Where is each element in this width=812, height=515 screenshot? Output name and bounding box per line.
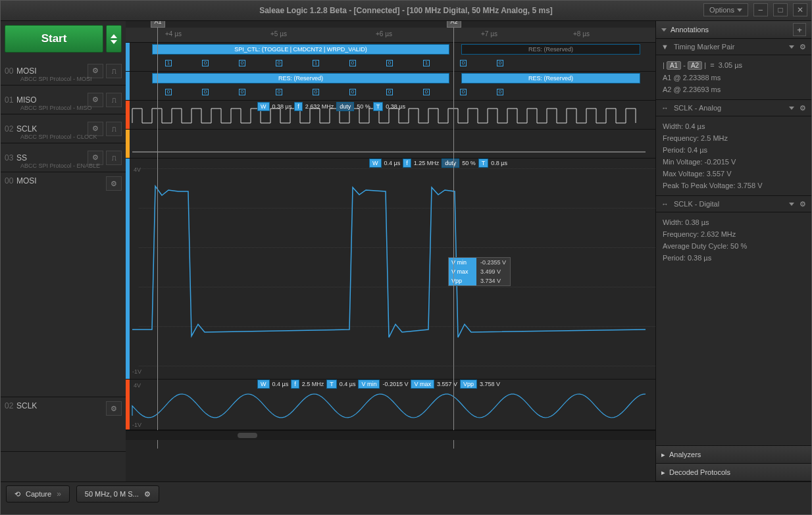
bit: 0 xyxy=(202,89,209,95)
footer: ⟲ Capture » 50 MHz, 0 M S... ⚙ xyxy=(1,481,811,506)
start-button[interactable]: Start xyxy=(5,25,103,53)
strip-ss-digital[interactable] xyxy=(126,130,655,159)
settings-tab[interactable]: 50 MHz, 0 M S... ⚙ xyxy=(76,485,159,503)
decode-segment: RES: (Reserved) xyxy=(152,73,449,84)
badge-f: f xyxy=(291,380,299,389)
chevron-down-icon xyxy=(789,203,794,206)
badge-duty: duty xyxy=(336,102,354,111)
marker-a1[interactable]: A1 xyxy=(157,28,158,449)
sclk-digital-section[interactable]: ↔ SCLK - Digital ⚙ xyxy=(656,196,811,212)
close-button[interactable]: ✕ xyxy=(793,3,807,16)
bit: 0 xyxy=(276,89,282,95)
badge-t: T xyxy=(373,102,384,111)
chevron-right-icon: ▸ xyxy=(661,451,665,459)
timing-marker-section[interactable]: ▼ Timing Marker Pair ⚙ xyxy=(656,39,811,55)
bit: 0 xyxy=(349,60,356,66)
strip-mosi-analog[interactable]: 4V -1V W0.4 µs f1.25 MHz duty50 % T0.8 µ… xyxy=(126,159,655,380)
gear-icon[interactable]: ⚙ xyxy=(799,43,806,51)
chevron-down-icon xyxy=(789,107,794,110)
window-title: Saleae Logic 1.2.8 Beta - [Connected] - … xyxy=(259,6,553,15)
gear-icon[interactable]: ⚙ xyxy=(799,104,806,112)
decode-segment: SPI_CTL: (TOGGLE | CMDCNT2 | WRPD_VALID) xyxy=(152,44,449,55)
horizontal-scrollbar[interactable] xyxy=(126,430,655,440)
badge-t: T xyxy=(478,159,489,168)
badge-vmax: V max xyxy=(411,380,434,389)
chevron-down-icon xyxy=(789,45,794,49)
gear-icon[interactable]: ⚙ xyxy=(106,176,122,191)
channel-sidebar: Start 00 MOSI ⚙ ⎍ ABCC SPI Protocol - MO… xyxy=(1,21,126,481)
bit: 0 xyxy=(202,60,209,66)
channel-row-mosi[interactable]: 00 MOSI ⚙ ⎍ ABCC SPI Protocol - MOSI xyxy=(1,57,126,86)
waveform-area[interactable]: +4 µs +5 µs +6 µs +7 µs +8 µs SPI_CTL: (… xyxy=(126,21,655,481)
analyzers-header[interactable]: ▸ Analyzers xyxy=(656,446,811,464)
chevron-down-icon xyxy=(661,28,667,32)
bit: 0 xyxy=(386,89,393,95)
bit: 1 xyxy=(313,60,319,66)
bit: 0 xyxy=(386,60,393,66)
channel-row-sclk-analog[interactable]: 02 SCLK ⚙ xyxy=(1,397,126,452)
bit: 0 xyxy=(313,89,319,95)
badge-duty: duty xyxy=(442,159,459,168)
voltage-box: V min-0.2355 V V max3.499 V Vpp3.734 V xyxy=(448,257,511,286)
strip-sclk-analog[interactable]: 4V -1V W0.4 µs f2.5 MHz T0.4 µs V min-0.… xyxy=(126,380,655,430)
chevron-down-icon xyxy=(737,9,742,12)
capture-icon: ⟲ xyxy=(14,490,20,499)
channel-row-miso[interactable]: 01 MISO ⚙ ⎍ ABCC SPI Protocol - MISO xyxy=(1,86,126,114)
bit: 1 xyxy=(423,60,430,66)
chevron-down-icon xyxy=(111,40,117,44)
badge-w: W xyxy=(257,380,270,389)
gear-icon[interactable]: ⚙ xyxy=(799,200,806,208)
bit: 0 xyxy=(460,89,467,95)
bit: 0 xyxy=(239,60,245,66)
strip-mosi-digital[interactable]: SPI_CTL: (TOGGLE | CMDCNT2 | WRPD_VALID)… xyxy=(126,43,655,72)
decode-segment: RES: (Reserved) xyxy=(461,44,640,55)
trigger-icon[interactable]: ⎍ xyxy=(106,151,122,165)
decoded-protocols-header[interactable]: ▸ Decoded Protocols xyxy=(656,464,811,481)
channel-row-mosi-analog[interactable]: 00 MOSI ⚙ xyxy=(1,172,126,397)
strip-miso-digital[interactable]: RES: (Reserved) RES: (Reserved) 00000000… xyxy=(126,72,655,101)
bit: 0 xyxy=(497,89,503,95)
badge-vmin: V min xyxy=(358,380,380,389)
start-updown[interactable] xyxy=(106,25,122,53)
badge-w: W xyxy=(369,159,382,168)
chevron-right-icon: » xyxy=(57,489,61,499)
bit: 0 xyxy=(423,89,430,95)
capture-tab[interactable]: ⟲ Capture » xyxy=(6,485,70,503)
gear-icon[interactable]: ⚙ xyxy=(106,401,122,416)
badge-t: T xyxy=(326,380,337,389)
bit: 0 xyxy=(349,89,356,95)
strip-sclk-digital[interactable]: W0.38 µs f2.632 MHz duty50 % T0.38 µs xyxy=(126,101,655,130)
right-panel: Annotations + ▼ Timing Marker Pair ⚙ | A… xyxy=(655,21,811,481)
bit: 0 xyxy=(460,60,467,66)
badge-f: f xyxy=(294,102,303,111)
channel-row-sclk[interactable]: 02 SCLK ⚙ ⎍ ABCC SPI Protocol - CLOCK xyxy=(1,114,126,143)
trigger-icon[interactable]: ⎍ xyxy=(106,93,122,107)
bit: 0 xyxy=(165,89,172,95)
time-ruler[interactable]: +4 µs +5 µs +6 µs +7 µs +8 µs xyxy=(126,28,655,43)
arrows-icon: ↔ xyxy=(661,104,669,112)
bit: 1 xyxy=(165,60,172,66)
trigger-icon[interactable]: ⎍ xyxy=(106,64,122,78)
badge-vpp: Vpp xyxy=(460,380,477,389)
arrows-icon: ↔ xyxy=(661,200,669,208)
annotations-header[interactable]: Annotations + xyxy=(656,21,811,39)
channel-row-ss[interactable]: 03 SS ⚙ ⎍ ABCC SPI Protocol - ENABLE xyxy=(1,143,126,172)
sclk-analog-section[interactable]: ↔ SCLK - Analog ⚙ xyxy=(656,100,811,116)
marker-a2[interactable]: A2 xyxy=(453,28,454,449)
chevron-up-icon xyxy=(111,34,117,38)
titlebar: Saleae Logic 1.2.8 Beta - [Connected] - … xyxy=(1,1,811,21)
trigger-icon[interactable]: ⎍ xyxy=(106,122,122,136)
options-button[interactable]: Options xyxy=(703,3,748,16)
bit: 0 xyxy=(276,60,282,66)
decode-segment: RES: (Reserved) xyxy=(461,73,640,84)
add-annotation-button[interactable]: + xyxy=(793,23,806,36)
minimize-button[interactable]: ‒ xyxy=(753,3,768,16)
badge-w: W xyxy=(257,102,270,111)
maximize-button[interactable]: □ xyxy=(773,3,788,16)
bit: 0 xyxy=(497,60,503,66)
gear-icon: ⚙ xyxy=(144,490,151,499)
funnel-icon: ▼ xyxy=(661,43,669,51)
bit: 0 xyxy=(239,89,245,95)
badge-f: f xyxy=(403,159,411,168)
chevron-right-icon: ▸ xyxy=(661,468,665,477)
